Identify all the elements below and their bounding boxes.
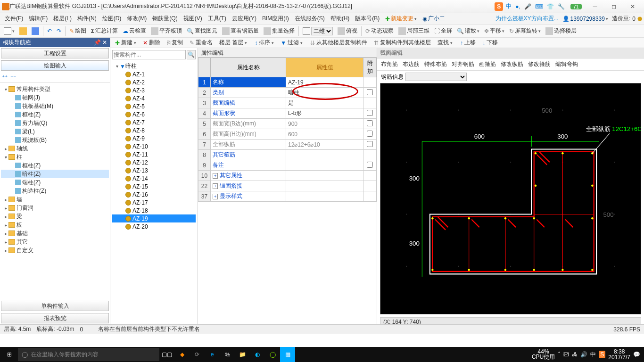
tb-store[interactable]: 🛍 <box>220 347 235 362</box>
pin-icon[interactable]: 📌 ✕ <box>94 39 107 46</box>
comp-item[interactable]: AZ-12 <box>112 158 196 166</box>
search-input[interactable] <box>112 50 186 59</box>
prop-row[interactable]: 22+ 锚固搭接 <box>198 181 377 191</box>
sogou-icon[interactable]: S <box>495 2 503 11</box>
single-component-button[interactable]: 单构件输入 <box>1 301 109 311</box>
tree-node[interactable]: ▸基础 <box>1 229 109 238</box>
comp-item[interactable]: AZ-19 <box>112 214 196 222</box>
comp-item[interactable]: AZ-4 <box>112 94 196 102</box>
notification-badge[interactable]: 71 <box>570 4 582 9</box>
tree-node[interactable]: ▾常用构件类型 <box>1 85 109 93</box>
addl-checkbox[interactable] <box>367 89 373 95</box>
cpu-meter[interactable]: 44%CPU使用 <box>532 349 555 360</box>
prop-row[interactable]: 8其它箍筋 <box>198 150 377 160</box>
tray-ime[interactable]: 中 <box>590 351 596 359</box>
find-button[interactable]: 查找▾ <box>435 38 455 48</box>
rename-button[interactable]: ✎重命名 <box>187 38 215 48</box>
tree-node[interactable]: 框柱(Z) <box>1 110 109 119</box>
section-tab[interactable]: 特殊布筋 <box>424 60 447 68</box>
tree-node[interactable]: 端柱(Z) <box>1 178 109 187</box>
tree-node[interactable]: ▸自定义 <box>1 246 109 255</box>
menu-floor[interactable]: 楼层(L) <box>50 14 74 24</box>
section-tab[interactable]: 对齐钢筋 <box>452 60 474 68</box>
menu-online[interactable]: 在线服务(S) <box>292 14 328 24</box>
prop-row[interactable]: 7全部纵筋12⌀12+6⌀10 <box>198 140 377 150</box>
menu-modify[interactable]: 修改(M) <box>124 14 149 24</box>
comp-item[interactable]: AZ-7 <box>112 118 196 126</box>
component-type-tree[interactable]: ▾常用构件类型轴网(J)筏板基础(M)框柱(Z)剪力墙(Q)梁(L)现浇板(B)… <box>0 83 110 300</box>
section-tab[interactable]: 布角筋 <box>381 60 398 68</box>
tree-expand-icon[interactable]: ⁺⁺ <box>2 74 8 81</box>
pan-button[interactable]: ✥平移▾ <box>482 26 506 36</box>
taskbar-search[interactable]: ◯ 在这里输入你要搜索的内容 <box>18 348 159 361</box>
prop-row[interactable]: 10+ 其它属性 <box>198 171 377 181</box>
prop-row[interactable]: 4截面形状L-b形 <box>198 108 377 119</box>
menu-file[interactable]: 文件(F) <box>2 14 26 24</box>
ime-punct-icon[interactable]: ●, <box>514 3 521 10</box>
comp-item[interactable]: AZ-2 <box>112 78 196 86</box>
menu-cloud[interactable]: 云应用(Y) <box>229 14 259 24</box>
prop-row[interactable]: 6截面高(H边)(mm)600 <box>198 129 377 140</box>
move-up-button[interactable]: ↑上移 <box>457 38 479 48</box>
select-floor-button[interactable]: 选择楼层 <box>544 26 578 36</box>
new-component-button[interactable]: ✚新建▾ <box>112 38 139 48</box>
minimize-button[interactable]: ─ <box>586 2 604 11</box>
tree-node[interactable]: ▸墙 <box>1 195 109 204</box>
section-tab[interactable]: 修改箍筋 <box>528 60 551 68</box>
filter-button[interactable]: ▼过滤▾ <box>278 38 305 48</box>
section-canvas[interactable]: 600 300 300 300 500 500 <box>380 83 641 314</box>
task-view-button[interactable]: ▢▢ <box>159 347 174 362</box>
tree-node[interactable]: 现浇板(B) <box>1 136 109 144</box>
tree-node[interactable]: ▸板 <box>1 221 109 229</box>
ime-skin-icon[interactable]: 👕 <box>546 3 555 10</box>
project-settings-button[interactable]: 工程设置 <box>1 48 109 58</box>
tree-node[interactable]: 剪力墙(Q) <box>1 119 109 127</box>
tray-notification-icon[interactable]: 💬 <box>633 351 640 358</box>
comp-item[interactable]: AZ-3 <box>112 86 196 94</box>
cloud-check-button[interactable]: ☁云检查 <box>121 26 148 36</box>
prop-row[interactable]: 2类别暗柱 <box>198 88 377 98</box>
tree-node[interactable]: 筏板基础(M) <box>1 102 109 110</box>
tb-edge[interactable]: e <box>205 347 220 362</box>
view-rebar-button[interactable]: 查看钢筋量 <box>220 26 261 36</box>
tray-clock[interactable]: 8:382017/7/7 <box>608 349 630 360</box>
tree-node[interactable]: ▸门窗洞 <box>1 204 109 212</box>
comp-item[interactable]: AZ-15 <box>112 182 196 190</box>
open-button[interactable] <box>17 26 29 36</box>
addl-checkbox[interactable] <box>367 110 373 116</box>
section-tab[interactable]: 布边筋 <box>403 60 420 68</box>
comp-item[interactable]: AZ-20 <box>112 222 196 230</box>
addl-checkbox[interactable] <box>367 120 373 126</box>
ime-mic-icon[interactable]: 🎤 <box>523 3 532 10</box>
menu-rebar[interactable]: 钢筋量(Q) <box>149 14 180 24</box>
local-3d-button[interactable]: 局部三维 <box>396 26 431 36</box>
close-button[interactable]: ✕ <box>623 2 642 11</box>
prop-row[interactable]: 3截面编辑是 <box>198 98 377 108</box>
tree-node[interactable]: 暗柱(Z) <box>1 170 109 178</box>
align-top-button[interactable]: 平齐板顶 <box>149 26 184 36</box>
comp-item[interactable]: AZ-16 <box>112 190 196 198</box>
addl-checkbox[interactable] <box>367 131 373 137</box>
new-file-button[interactable]: ▾ <box>2 26 17 36</box>
find-element-button[interactable]: 🔍查找图元 <box>185 26 219 36</box>
prop-row[interactable]: 37+ 显示样式 <box>198 191 377 202</box>
comp-item[interactable]: AZ-13 <box>112 166 196 174</box>
comp-item[interactable]: AZ-10 <box>112 142 196 150</box>
addl-checkbox[interactable] <box>367 162 373 168</box>
sum-calc-button[interactable]: Σ汇总计算 <box>89 26 120 36</box>
tb-app-4[interactable]: ◯ <box>265 347 280 362</box>
2d-select[interactable]: 二维 <box>311 27 333 35</box>
tree-node[interactable]: 框柱(Z) <box>1 161 109 170</box>
draw-button[interactable]: ✎绘图 <box>67 26 88 36</box>
menu-help[interactable]: 帮助(H) <box>328 14 353 24</box>
comp-item[interactable]: AZ-11 <box>112 150 196 158</box>
comp-item[interactable]: AZ-6 <box>112 110 196 118</box>
tray-network-icon[interactable]: 🖧 <box>572 351 578 358</box>
menu-view[interactable]: 视图(V) <box>181 14 205 24</box>
tree-node[interactable]: 构造柱(Z) <box>1 187 109 195</box>
comp-item[interactable]: AZ-9 <box>112 134 196 142</box>
section-tab[interactable]: 修改纵筋 <box>501 60 523 68</box>
batch-select-button[interactable]: 批量选择 <box>262 26 297 36</box>
tb-app-3[interactable]: ◐ <box>250 347 265 362</box>
search-button[interactable]: 🔍 <box>187 50 196 59</box>
